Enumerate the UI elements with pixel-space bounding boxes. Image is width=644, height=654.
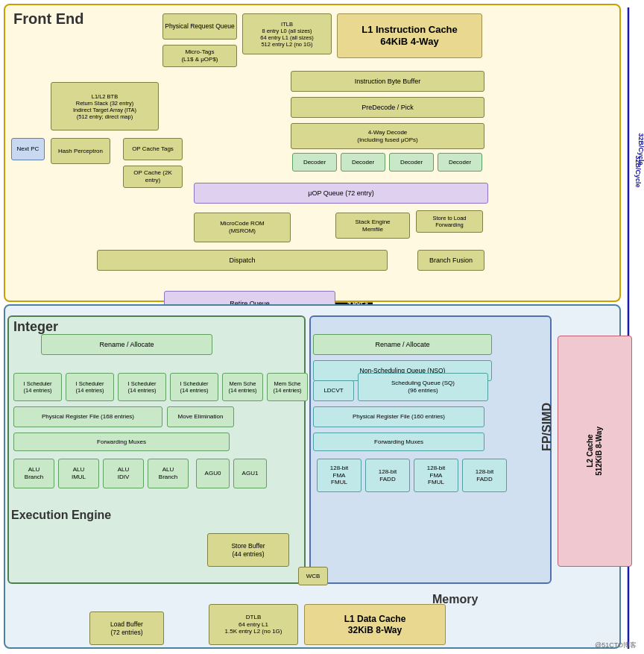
box-stack-engine: Stack Engine Memfile [335,213,410,239]
box-l1-dcache: L1 Data Cache 32KiB 8-Way [304,604,446,645]
execution-engine-label: Execution Engine [11,509,111,522]
diagram-container: 32B/Cycle [0,0,644,654]
box-agu1: AGU1 [233,459,267,488]
box-fwd-muxes-fp: Forwarding Muxes [313,433,484,451]
box-mem-sche1: Mem Sche (14 entries) [222,373,263,401]
frontend-label: Front End [13,10,83,28]
box-i-sched2: I Scheduler (14 entries) [66,373,114,401]
box-l2-cache: L2 Cache 512KiB 8-Way [558,336,632,567]
box-alu-imul: ALU IMUL [58,459,99,488]
svg-text:32B/Cycle: 32B/Cycle [634,155,642,187]
fpsimd-label: FP/SIMD [540,403,554,451]
box-phys-reg-int: Physical Register File (168 entries) [13,406,162,427]
box-alu-branch2: ALU Branch [148,459,189,488]
watermark: @51CTO博客 [595,641,637,650]
box-fwd-muxes-int: Forwarding Muxes [13,433,230,451]
box-sq: Scheduling Queue (SQ) (96 entries) [358,373,488,401]
box-rename-alloc-fp: Rename / Allocate [313,334,492,355]
box-i-sched4: I Scheduler (14 entries) [170,373,218,401]
box-agu0: AGU0 [196,459,230,488]
box-l1-icache: L1 Instruction Cache 64KiB 4-Way [337,13,482,58]
integer-label: Integer [13,319,58,335]
box-store-to-load: Store to Load Forwarding [416,210,483,233]
box-fadd2: 128-bit FADD [462,459,507,492]
box-dtlb: DTLB 64 entry L1 1.5K entry L2 (no 1G) [209,604,298,645]
box-itlb: ITLB 8 entry L0 (all sizes) 64 entry L1 … [242,13,332,54]
box-fma-fmul2: 128-bit FMA FMUL [414,459,458,492]
box-physical-request-queue: Physical Request Queue [162,13,237,40]
box-fadd1: 128-bit FADD [365,459,410,492]
box-decoder1: Decoder [292,153,337,172]
box-load-buffer: Load Buffer (72 entries) [89,611,164,645]
box-instruction-byte-buffer: Instruction Byte Buffer [291,71,484,92]
box-rename-alloc-int: Rename / Allocate [41,334,212,355]
box-fma-fmul1: 128-bit FMA FMUL [317,459,362,492]
box-wcb: WCB [298,567,328,585]
box-micro-tags: Micro-Tags (L1$ & μOP$) [162,45,237,67]
box-microcode-rom: MicroCode ROM (MSROM) [194,213,291,242]
box-decoder4: Decoder [438,153,482,172]
box-alu-idiv: ALU IDIV [103,459,144,488]
box-i-sched3: I Scheduler (14 entries) [118,373,166,401]
box-op-cache: OP Cache (2K entry) [123,166,183,188]
box-decoder3: Decoder [389,153,434,172]
box-op-cache-tags: OP Cache Tags [123,138,183,160]
svg-text:32B/Cycle: 32B/Cycle [637,133,644,165]
box-l1l2-btb: L1/L2 BTB Return Stack (32 entry) Indire… [51,82,159,131]
box-alu-branch1: ALU Branch [13,459,54,488]
box-dispatch: Dispatch [97,250,388,271]
box-predecode-pick: PreDecode / Pick [291,97,484,118]
box-decoder2: Decoder [341,153,385,172]
box-mem-sche2: Mem Sche (14 entries) [267,373,308,401]
box-next-pc: Next PC [11,138,45,160]
box-four-way-decode: 4-Way Decode (Including fused μOPs) [291,123,484,149]
box-move-elimination: Move Elimination [167,406,234,427]
box-phys-reg-fp: Physical Register File (160 entries) [313,406,484,427]
box-ldcvt: LDCVT [313,380,354,401]
box-i-sched1: I Scheduler (14 entries) [13,373,62,401]
box-store-buffer: Store Buffer (44 entries) [207,533,289,567]
box-branch-fusion: Branch Fusion [417,250,484,271]
box-hash-perceptron: Hash Perceptron [51,138,110,164]
box-mop-queue: μOP Queue (72 entry) [194,183,488,204]
